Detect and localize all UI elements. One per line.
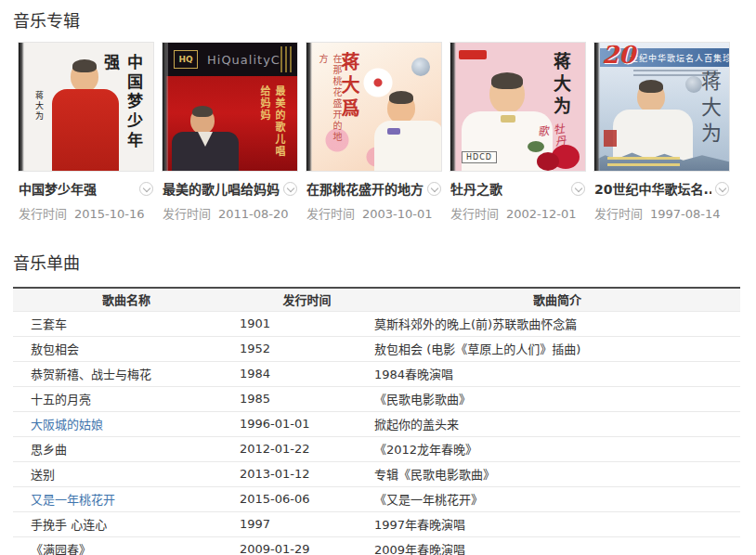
song-intro-cell: 《民歌电影歌曲》: [374, 386, 740, 411]
peony-decor: [552, 145, 580, 169]
song-intro-cell: 《2012龙年春晚》: [374, 436, 740, 461]
song-date-cell: 1996-01-01: [240, 411, 374, 436]
table-row: 思乡曲2012-01-22《2012龙年春晚》: [13, 436, 740, 461]
cover-decor: [280, 46, 293, 72]
chevron-down-icon[interactable]: [571, 182, 585, 196]
release-date-value: 2015-10-16: [74, 207, 145, 221]
album-card: HQ HiQualityCD 最美的歌儿唱给妈妈 最美的歌儿唱给妈妈 发行时间2…: [163, 43, 297, 222]
table-row: 手挽手 心连心19971997年春晚演唱: [13, 511, 740, 536]
album-title[interactable]: 牡丹之歌: [450, 179, 502, 198]
cover-title-text: 在那桃花盛开的地方: [316, 54, 344, 150]
cover-figure: [489, 74, 525, 113]
album-cover[interactable]: 世纪中华歌坛名人百集珍藏版 20 蒋大为: [594, 43, 729, 171]
song-date-cell: 2009-01-29: [240, 536, 374, 555]
song-intro-cell: 1984春晚演唱: [374, 361, 740, 386]
album-release-row: 发行时间2003-10-01: [306, 204, 441, 222]
table-row: 三套车1901莫斯科郊外的晚上(前)苏联歌曲怀念篇: [13, 311, 740, 336]
cover-figure: [190, 108, 215, 134]
cover-banner-text: HiQualityCD: [207, 53, 291, 67]
song-intro-cell: 1997年春晚演唱: [374, 511, 740, 536]
column-header-song-name: 歌曲名称: [13, 288, 240, 311]
album-release-row: 发行时间2002-12-01: [450, 204, 585, 222]
cover-figure: [637, 82, 665, 112]
song-intro-cell: 掀起你的盖头来: [374, 411, 740, 436]
table-row: 十五的月亮1985《民歌电影歌曲》: [13, 386, 740, 411]
albums-section-title: 音乐专辑: [13, 11, 743, 32]
hdcd-logo: HDCD: [462, 151, 497, 163]
album-cover[interactable]: 蒋大爲 在那桃花盛开的地方: [306, 43, 441, 171]
song-date-cell: 1985: [240, 386, 374, 411]
cover-figure-body: [374, 121, 441, 171]
album-release-row: 发行时间2011-08-20: [163, 204, 297, 222]
album-title[interactable]: 最美的歌儿唱给妈妈: [163, 179, 280, 198]
release-date-value: 2003-10-01: [362, 207, 433, 221]
table-row: 又是一年桃花开2015-06-06《又是一年桃花开》: [13, 486, 740, 511]
release-date-value: 2011-08-20: [218, 207, 289, 221]
song-date-cell: 2015-06-06: [240, 486, 374, 511]
song-date-cell: 2013-01-12: [240, 461, 374, 486]
song-name-cell: 送别: [13, 461, 240, 486]
album-card: 蒋大爲 在那桃花盛开的地方 在那桃花盛开的地方 发行时间2003-10-01: [306, 43, 441, 222]
table-row: 恭贺新禧、战士与梅花19841984春晚演唱: [13, 361, 740, 386]
album-title[interactable]: 在那桃花盛开的地方: [306, 179, 424, 198]
cover-title-text: 最美的歌儿唱给妈妈: [256, 85, 286, 167]
song-name-cell: 恭贺新禧、战士与梅花: [13, 361, 240, 386]
album-release-row: 发行时间1997-08-14: [594, 204, 729, 222]
song-name-link[interactable]: 又是一年桃花开: [13, 486, 240, 511]
release-date-label: 发行时间: [306, 207, 355, 221]
album-cover[interactable]: 蒋大为 牡丹之歌 HDCD: [450, 43, 585, 171]
label-logo: [459, 50, 487, 59]
song-name-cell: 手挽手 心连心: [13, 511, 240, 536]
release-date-label: 发行时间: [594, 207, 643, 221]
bow-tie-decor: [501, 115, 515, 123]
release-date-label: 发行时间: [450, 207, 499, 221]
song-intro-cell: 《又是一年桃花开》: [374, 486, 740, 511]
cover-title-calligraphy: 中国梦少年强: [99, 54, 146, 165]
release-date-label: 发行时间: [19, 207, 67, 221]
cover-figure: [71, 61, 98, 92]
series-number-text: 20: [602, 43, 635, 69]
song-name-cell: 敖包相会: [13, 336, 240, 361]
song-intro-cell: 莫斯科郊外的晚上(前)苏联歌曲怀念篇: [374, 311, 740, 336]
album-title[interactable]: 20世纪中华歌坛名...: [594, 179, 711, 198]
cover-top-band: HQ HiQualityCD: [163, 43, 297, 76]
release-date-value: 1997-08-14: [650, 207, 721, 221]
song-date-cell: 1952: [240, 336, 374, 361]
column-header-release-date: 发行时间: [240, 288, 374, 311]
bow-tie-decor: [387, 128, 400, 135]
cover-figure-body: [172, 132, 239, 171]
chevron-down-icon[interactable]: [427, 182, 441, 196]
song-name-link[interactable]: 大阪城的姑娘: [13, 411, 240, 436]
release-date-value: 2002-12-01: [506, 207, 577, 221]
song-intro-cell: 2009年春晚演唱: [374, 536, 740, 555]
cover-figure: [387, 93, 415, 123]
album-card: 世纪中华歌坛名人百集珍藏版 20 蒋大为 20世纪中华歌坛名... 发行时间19…: [594, 43, 729, 222]
song-date-cell: 1901: [240, 311, 374, 336]
song-intro-cell: 敖包相会 (电影《草原上的人们》插曲): [374, 336, 740, 361]
chevron-down-icon[interactable]: [283, 182, 297, 196]
album-title[interactable]: 中国梦少年强: [19, 179, 97, 198]
song-intro-cell: 专辑《民歌电影歌曲》: [374, 461, 740, 486]
table-row: 《满园春》2009-01-292009年春晚演唱: [13, 536, 740, 555]
table-row: 大阪城的姑娘1996-01-01掀起你的盖头来: [13, 411, 740, 436]
song-date-cell: 1984: [240, 361, 374, 386]
chevron-down-icon[interactable]: [139, 182, 153, 196]
release-date-label: 发行时间: [163, 207, 211, 221]
singles-table-body: 三套车1901莫斯科郊外的晚上(前)苏联歌曲怀念篇敖包相会1952敖包相会 (电…: [13, 311, 740, 555]
album-cover[interactable]: 蒋大为 中国梦少年强: [19, 43, 153, 171]
singles-table: 歌曲名称 发行时间 歌曲简介 三套车1901莫斯科郊外的晚上(前)苏联歌曲怀念篇…: [13, 287, 740, 555]
table-row: 送别2013-01-12专辑《民歌电影歌曲》: [13, 461, 740, 486]
album-cover[interactable]: HQ HiQualityCD 最美的歌儿唱给妈妈: [163, 43, 297, 171]
page-container: 音乐专辑 蒋大为 中国梦少年强 中国梦少年强 发行时间2015-10-16 HQ: [0, 0, 756, 555]
disc-logo: [411, 58, 430, 76]
album-card-list: 蒋大为 中国梦少年强 中国梦少年强 发行时间2015-10-16 HQ HiQu…: [19, 43, 743, 222]
song-name-cell: 十五的月亮: [13, 386, 240, 411]
album-release-row: 发行时间2015-10-16: [19, 204, 153, 222]
album-card: 蒋大为 中国梦少年强 中国梦少年强 发行时间2015-10-16: [19, 43, 153, 222]
table-row: 敖包相会1952敖包相会 (电影《草原上的人们》插曲): [13, 336, 740, 361]
song-date-cell: 1997: [240, 511, 374, 536]
table-header-row: 歌曲名称 发行时间 歌曲简介: [13, 288, 740, 311]
cover-decor: [607, 157, 680, 167]
cover-artist-text: 蒋大为: [549, 52, 574, 119]
chevron-down-icon[interactable]: [715, 182, 729, 196]
